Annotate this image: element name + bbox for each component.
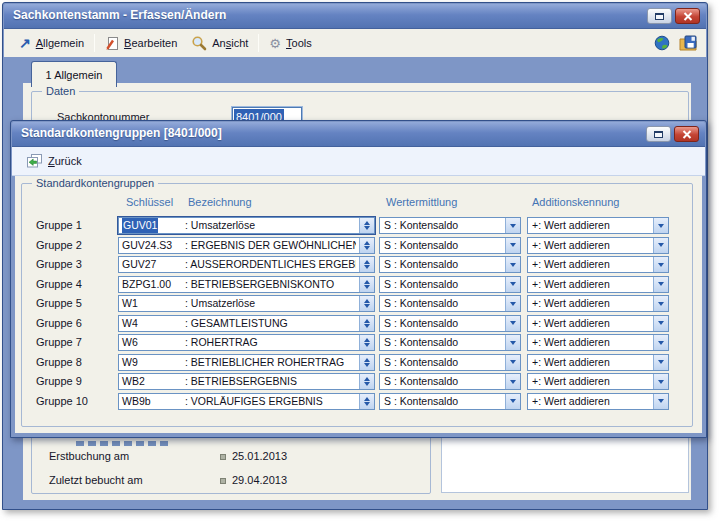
save-button[interactable] — [679, 35, 698, 51]
key-description: : AUSSERORDENTLICHES ERGEBNIS — [185, 257, 356, 272]
footer-row: Erstbuchung am 25.01.2013 — [32, 450, 430, 465]
dropdown-arrow-icon[interactable] — [653, 296, 668, 311]
dropdown-arrow-icon[interactable] — [505, 335, 520, 350]
table-row: Gruppe 3 GUV27 : AUSSERORDENTLICHES ERGE… — [15, 256, 702, 273]
zurueck-label: Zurück — [48, 155, 82, 167]
spinner-icon[interactable] — [359, 394, 374, 409]
column-header-bezeichnung: Bezeichnung — [188, 196, 252, 208]
key-field[interactable]: WB2 : BETRIEBSERGEBNIS — [118, 373, 375, 390]
toolbar-item-tools[interactable]: ⚙ Tools — [262, 34, 318, 53]
additionskennung-select[interactable]: +: Wert addieren — [527, 393, 669, 410]
close-button[interactable] — [675, 8, 700, 24]
notes-panel[interactable] — [441, 433, 689, 493]
wertermittlung-select[interactable]: S : Kontensaldo — [379, 373, 521, 390]
key-field[interactable]: W6 : ROHERTRAG — [118, 334, 375, 351]
dropdown-arrow-icon[interactable] — [653, 277, 668, 292]
dropdown-arrow-icon[interactable] — [653, 257, 668, 272]
wertermittlung-select[interactable]: S : Kontensaldo — [379, 276, 521, 293]
key-field[interactable]: BZPG1.00 : BETRIEBSERGEBNISKONTO — [118, 276, 375, 293]
key-field[interactable]: GUV24.S3 : ERGEBNIS DER GEWÖHNLICHEN GES — [118, 237, 375, 254]
spinner-icon[interactable] — [359, 218, 374, 233]
additionskennung-select[interactable]: +: Wert addieren — [527, 373, 669, 390]
group-row-label: Gruppe 6 — [36, 315, 118, 332]
spinner-icon[interactable] — [359, 316, 374, 331]
dropdown-arrow-icon[interactable] — [505, 394, 520, 409]
additionskennung-select[interactable]: +: Wert addieren — [527, 315, 669, 332]
additionskennung-value: +: Wert addieren — [532, 335, 651, 350]
spinner-icon[interactable] — [359, 257, 374, 272]
dropdown-arrow-icon[interactable] — [505, 218, 520, 233]
additionskennung-select[interactable]: +: Wert addieren — [527, 237, 669, 254]
wertermittlung-select[interactable]: S : Kontensaldo — [379, 295, 521, 312]
dialog-close-button[interactable] — [674, 126, 699, 142]
spinner-icon[interactable] — [359, 355, 374, 370]
wertermittlung-select[interactable]: S : Kontensaldo — [379, 256, 521, 273]
globe-icon — [654, 35, 671, 51]
dropdown-arrow-icon[interactable] — [505, 316, 520, 331]
dropdown-arrow-icon[interactable] — [653, 374, 668, 389]
key-value: W9 — [122, 355, 138, 370]
globe-button[interactable] — [654, 35, 671, 51]
erstbuchung-value: 25.01.2013 — [232, 450, 287, 462]
zurueck-button[interactable]: Zurück — [21, 152, 88, 170]
additionskennung-select[interactable]: +: Wert addieren — [527, 354, 669, 371]
key-field[interactable]: W4 : GESAMTLEISTUNG — [118, 315, 375, 332]
key-field[interactable]: W1 : Umsatzerlöse — [118, 295, 375, 312]
wertermittlung-select[interactable]: S : Kontensaldo — [379, 237, 521, 254]
maximize-icon — [655, 13, 664, 20]
dropdown-arrow-icon[interactable] — [505, 374, 520, 389]
wertermittlung-select[interactable]: S : Kontensaldo — [379, 334, 521, 351]
key-field[interactable]: WB9b : VORLÄUFIGES ERGEBNIS — [118, 393, 375, 410]
group-row-label: Gruppe 4 — [36, 276, 118, 293]
additionskennung-value: +: Wert addieren — [532, 277, 651, 292]
key-description: : ERGEBNIS DER GEWÖHNLICHEN GES — [185, 238, 356, 253]
dropdown-arrow-icon[interactable] — [505, 277, 520, 292]
spinner-icon[interactable] — [359, 296, 374, 311]
additionskennung-value: +: Wert addieren — [532, 296, 651, 311]
group-row-label: Gruppe 5 — [36, 295, 118, 312]
key-value: GUV01 — [122, 218, 158, 233]
additionskennung-select[interactable]: +: Wert addieren — [527, 256, 669, 273]
dropdown-arrow-icon[interactable] — [653, 316, 668, 331]
dropdown-arrow-icon[interactable] — [653, 355, 668, 370]
wertermittlung-value: S : Kontensaldo — [384, 277, 503, 292]
toolbar-item-ansicht[interactable]: Ansicht — [184, 32, 255, 54]
wertermittlung-select[interactable]: S : Kontensaldo — [379, 217, 521, 234]
key-description: : Umsatzerlöse — [185, 218, 356, 233]
dialog-maximize-button[interactable] — [646, 126, 671, 142]
dropdown-arrow-icon[interactable] — [505, 238, 520, 253]
main-titlebar[interactable]: Sachkontenstamm - Erfassen/Ändern — [4, 4, 706, 29]
spinner-icon[interactable] — [359, 238, 374, 253]
spinner-icon[interactable] — [359, 374, 374, 389]
magnifier-icon — [191, 35, 207, 51]
dropdown-arrow-icon[interactable] — [505, 355, 520, 370]
additionskennung-select[interactable]: +: Wert addieren — [527, 295, 669, 312]
dropdown-arrow-icon[interactable] — [505, 257, 520, 272]
toolbar-item-allgemein[interactable]: ↗ Allgemein — [12, 34, 91, 52]
close-icon — [682, 130, 692, 139]
additionskennung-select[interactable]: +: Wert addieren — [527, 276, 669, 293]
wertermittlung-select[interactable]: S : Kontensaldo — [379, 354, 521, 371]
dropdown-arrow-icon[interactable] — [653, 394, 668, 409]
wertermittlung-select[interactable]: S : Kontensaldo — [379, 393, 521, 410]
additionskennung-select[interactable]: +: Wert addieren — [527, 217, 669, 234]
key-field[interactable]: W9 : BETRIEBLICHER ROHERTRAG — [118, 354, 375, 371]
key-field[interactable]: GUV01 : Umsatzerlöse — [118, 217, 375, 234]
additionskennung-select[interactable]: +: Wert addieren — [527, 334, 669, 351]
toolbar-item-bearbeiten[interactable]: Bearbeiten — [98, 33, 184, 54]
dropdown-arrow-icon[interactable] — [653, 335, 668, 350]
dropdown-arrow-icon[interactable] — [653, 238, 668, 253]
edit-document-icon — [105, 36, 119, 51]
wertermittlung-select[interactable]: S : Kontensaldo — [379, 315, 521, 332]
spinner-icon[interactable] — [359, 277, 374, 292]
dropdown-arrow-icon[interactable] — [653, 218, 668, 233]
tab-allgemein[interactable]: 1 Allgemein — [31, 61, 117, 87]
maximize-button[interactable] — [647, 8, 672, 24]
dialog-titlebar[interactable]: Standardkontengruppen [8401/000] — [12, 122, 705, 147]
clipped-group-label — [76, 441, 168, 446]
table-row: Gruppe 10 WB9b : VORLÄUFIGES ERGEBNIS S … — [15, 393, 702, 410]
toolbar-label-allgemein: Allgemein — [36, 37, 84, 49]
dropdown-arrow-icon[interactable] — [505, 296, 520, 311]
key-field[interactable]: GUV27 : AUSSERORDENTLICHES ERGEBNIS — [118, 256, 375, 273]
spinner-icon[interactable] — [359, 335, 374, 350]
